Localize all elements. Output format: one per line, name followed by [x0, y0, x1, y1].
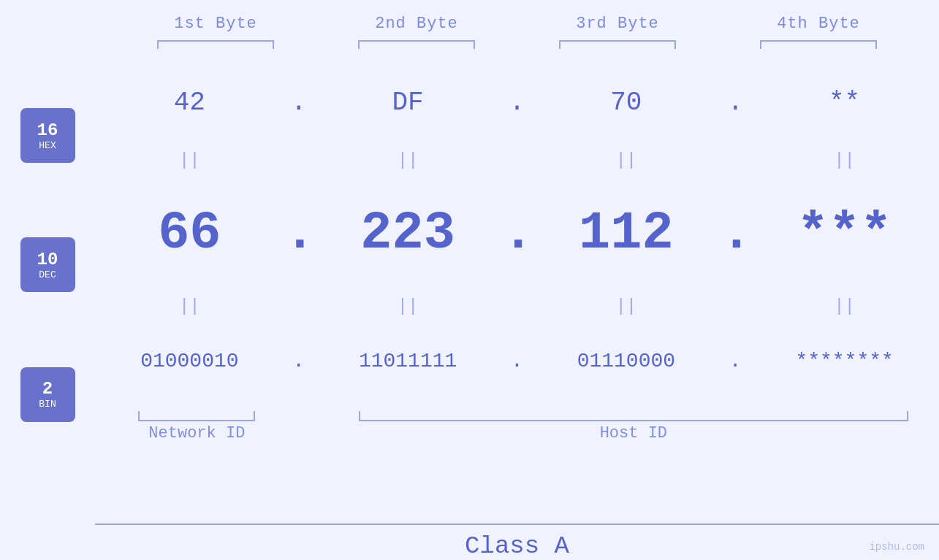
- dec-cell-3: 112: [532, 204, 721, 264]
- eq-cell-4: ||: [750, 150, 939, 170]
- byte-header-1: 1st Byte: [115, 15, 316, 33]
- dec-dot-3: .: [721, 204, 750, 264]
- hex-dot-3: .: [721, 88, 750, 118]
- top-bracket-2: [316, 40, 517, 49]
- hex-value-1: 42: [174, 88, 205, 118]
- host-id-label: Host ID: [328, 424, 939, 442]
- hex-cell-2: DF: [313, 88, 503, 118]
- hex-dot-2: .: [503, 88, 532, 118]
- eq-sym-2: ||: [398, 150, 419, 170]
- top-bracket-line-1: [157, 40, 274, 49]
- bin-value-4: ********: [795, 350, 893, 372]
- hex-cell-3: 70: [532, 88, 721, 118]
- bin-cell-4: ********: [750, 350, 939, 372]
- top-bracket-line-4: [760, 40, 877, 49]
- net-bracket-wrap: [95, 411, 299, 421]
- badge-bin-label: BIN: [39, 399, 56, 410]
- top-bracket-3: [517, 40, 718, 49]
- eq2-sym-4: ||: [834, 296, 855, 316]
- bin-row: 01000010 . 11011111 . 01110000 . *******…: [95, 350, 939, 372]
- top-bracket-4: [718, 40, 919, 49]
- badge-dec-label: DEC: [39, 269, 56, 280]
- class-section: Class A: [95, 523, 939, 560]
- bin-cell-1: 01000010: [95, 350, 284, 372]
- watermark: ipshu.com: [869, 541, 924, 553]
- bin-value-3: 01110000: [577, 350, 675, 372]
- hex-dot-1: .: [284, 88, 313, 118]
- label-spacer: [299, 424, 328, 442]
- eq2-cell-2: ||: [313, 296, 503, 316]
- dec-value-1: 66: [158, 204, 221, 264]
- bin-dot-2: .: [503, 350, 532, 372]
- network-id-label: Network ID: [95, 424, 299, 442]
- eq-sym-1: ||: [179, 150, 200, 170]
- eq-sym-4: ||: [834, 150, 855, 170]
- eq2-sym-3: ||: [615, 296, 636, 316]
- badge-dec: 10 DEC: [20, 237, 75, 292]
- page-container: 1st Byte 2nd Byte 3rd Byte 4th Byte 16 H…: [0, 0, 939, 560]
- top-brackets-row: [115, 40, 919, 49]
- dec-value-3: 112: [579, 204, 674, 264]
- bin-value-1: 01000010: [140, 350, 238, 372]
- eq-sym-3: ||: [615, 150, 636, 170]
- host-bracket-wrap: [328, 411, 939, 421]
- badge-bin: 2 BIN: [20, 367, 75, 422]
- eq-cell-1: ||: [95, 150, 284, 170]
- eq-cell-2: ||: [313, 150, 503, 170]
- hex-row: 42 . DF . 70 . **: [95, 88, 939, 118]
- class-divider: [95, 523, 939, 525]
- byte-header-3: 3rd Byte: [517, 15, 718, 33]
- eq2-cell-1: ||: [95, 296, 284, 316]
- equals-row-1: || || || ||: [95, 150, 939, 170]
- badge-hex-number: 16: [37, 120, 58, 140]
- top-bracket-line-2: [358, 40, 475, 49]
- dec-cell-2: 223: [313, 204, 503, 264]
- hex-value-3: 70: [610, 88, 642, 118]
- hex-value-2: DF: [392, 88, 424, 118]
- badge-hex: 16 HEX: [20, 108, 75, 163]
- byte-header-2: 2nd Byte: [316, 15, 517, 33]
- hex-value-4: **: [829, 88, 860, 118]
- host-bracket: [359, 411, 909, 421]
- class-label: Class A: [465, 532, 569, 560]
- badge-bin-number: 2: [42, 379, 53, 399]
- equals-row-2: || || || ||: [95, 296, 939, 316]
- hex-cell-4: **: [750, 88, 939, 118]
- byte-headers-row: 1st Byte 2nd Byte 3rd Byte 4th Byte: [115, 15, 919, 33]
- bin-dot-3: .: [721, 350, 750, 372]
- network-bracket: [138, 411, 255, 421]
- main-area: 16 HEX 10 DEC 2 BIN 42 . DF: [0, 71, 939, 518]
- eq-cell-3: ||: [532, 150, 721, 170]
- bin-dot-1: .: [284, 350, 313, 372]
- badge-hex-label: HEX: [39, 140, 56, 151]
- dec-row: 66 . 223 . 112 . ***: [95, 204, 939, 264]
- byte-header-4: 4th Byte: [718, 15, 919, 33]
- dec-dot-2: .: [503, 204, 532, 264]
- dec-cell-1: 66: [95, 204, 284, 264]
- hex-cell-1: 42: [95, 88, 284, 118]
- badges-column: 16 HEX 10 DEC 2 BIN: [0, 71, 95, 518]
- id-labels-row: Network ID Host ID: [95, 424, 939, 442]
- dec-dot-1: .: [284, 204, 313, 264]
- bin-cell-2: 11011111: [313, 350, 503, 372]
- eq2-sym-2: ||: [398, 296, 419, 316]
- dec-value-2: 223: [360, 204, 455, 264]
- dec-value-4: ***: [797, 204, 892, 264]
- bin-value-2: 11011111: [359, 350, 457, 372]
- eq2-cell-3: ||: [532, 296, 721, 316]
- eq2-sym-1: ||: [179, 296, 200, 316]
- bin-cell-3: 01110000: [532, 350, 721, 372]
- data-rows-area: 42 . DF . 70 . ** ||: [95, 71, 939, 518]
- top-bracket-line-3: [559, 40, 676, 49]
- badge-dec-number: 10: [37, 250, 58, 269]
- top-bracket-1: [115, 40, 316, 49]
- dec-cell-4: ***: [750, 204, 939, 264]
- bottom-bracket-row: [95, 411, 939, 421]
- eq2-cell-4: ||: [750, 296, 939, 316]
- bottom-labels-section: Network ID Host ID: [95, 411, 939, 442]
